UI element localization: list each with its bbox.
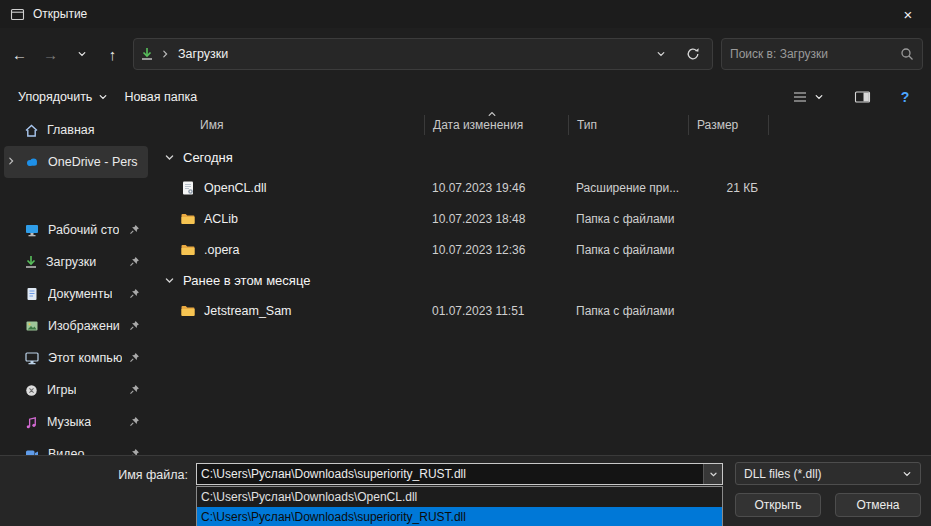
column-header-type[interactable]: Тип [568, 115, 688, 135]
sidebar-item-label: Рабочий сто [48, 223, 119, 237]
breadcrumb[interactable]: Загрузки [176, 47, 230, 61]
file-row[interactable]: .opera 10.07.2023 12:36 Папка с файлами [160, 234, 931, 265]
file-date: 01.07.2023 11:51 [424, 304, 568, 318]
navigation-toolbar: ← → ↑ Загрузки [0, 36, 931, 72]
chevron-down-icon [902, 469, 912, 479]
pin-icon [129, 320, 140, 331]
up-button[interactable]: ↑ [97, 39, 128, 69]
column-header-date[interactable]: Дата изменения [424, 115, 568, 135]
filetype-combobox[interactable]: DLL files (*.dll) [735, 462, 921, 485]
file-date: 10.07.2023 18:48 [424, 212, 568, 226]
close-button[interactable]: × [885, 0, 931, 28]
chevron-down-icon [164, 275, 175, 286]
file-list: Имя Дата изменения Тип Размер Сегодня [160, 112, 931, 455]
filename-input[interactable] [197, 464, 703, 484]
folder-icon [180, 211, 196, 227]
file-type: Папка с файлами [568, 243, 688, 257]
preview-pane-icon [854, 89, 871, 105]
dropdown-item[interactable]: C:\Users\Руслан\Downloads\OpenCL.dll [197, 487, 722, 507]
navigation-pane: Главная OneDrive - Pers Рабочий сто [0, 114, 152, 455]
new-folder-button[interactable]: Новая папка [116, 85, 205, 109]
group-label: Сегодня [183, 150, 233, 165]
folder-icon [180, 303, 196, 319]
games-icon [24, 383, 39, 398]
details-view-icon [792, 89, 808, 105]
recent-locations-button[interactable] [66, 39, 97, 69]
organize-label: Упорядочить [18, 90, 92, 104]
computer-icon [24, 350, 40, 366]
filename-dropdown-button[interactable] [703, 464, 722, 484]
dialog-footer: Имя файла: C:\Users\Руслан\Downloads\Ope… [0, 455, 931, 526]
pin-icon [129, 256, 140, 267]
file-type: Расширение при... [568, 181, 688, 195]
sidebar-item-home[interactable]: Главная [4, 114, 148, 146]
sidebar-item-label: Музыка [47, 415, 91, 429]
nav-buttons: ← → ↑ [4, 36, 128, 72]
group-header-earlier[interactable]: Ранее в этом месяце [160, 265, 931, 295]
chevron-down-icon [656, 49, 666, 59]
sort-ascending-icon [487, 112, 497, 119]
column-header-size[interactable]: Размер [688, 115, 768, 135]
sidebar-item-documents[interactable]: Документы [4, 278, 148, 310]
sidebar-item-label: Загрузки [46, 255, 96, 269]
cancel-button[interactable]: Отмена [835, 493, 921, 517]
refresh-button[interactable] [680, 41, 706, 67]
chevron-down-icon [77, 49, 87, 59]
back-button[interactable]: ← [4, 39, 35, 69]
sidebar-item-label: Этот компью [48, 351, 122, 365]
sidebar-item-this-pc[interactable]: Этот компью [4, 342, 148, 374]
sidebar-item-label: Главная [47, 123, 95, 137]
pin-icon [129, 224, 140, 235]
folder-icon [180, 242, 196, 258]
file-date: 10.07.2023 19:46 [424, 181, 568, 195]
sidebar-section-gap [0, 178, 152, 214]
dropdown-item-selected[interactable]: C:\Users\Руслан\Downloads\superiority_RU… [197, 507, 722, 526]
file-name: Jetstream_Sam [204, 304, 292, 318]
file-row[interactable]: ACLib 10.07.2023 18:48 Папка с файлами [160, 203, 931, 234]
file-name: .opera [204, 243, 239, 257]
sidebar-item-downloads[interactable]: Загрузки [4, 246, 148, 278]
pin-icon [129, 384, 140, 395]
pin-icon [129, 416, 140, 427]
address-bar[interactable]: Загрузки [133, 38, 713, 70]
file-type: Папка с файлами [568, 212, 688, 226]
open-button[interactable]: Открыть [735, 493, 821, 517]
column-divider [768, 115, 769, 135]
sidebar-item-label: Игры [47, 383, 76, 397]
forward-button[interactable]: → [35, 39, 66, 69]
organize-button[interactable]: Упорядочить [10, 85, 116, 109]
filetype-value: DLL files (*.dll) [744, 467, 822, 481]
sidebar-item-videos[interactable]: Видео [4, 438, 148, 455]
file-rows: Сегодня OpenCL.dll 10.07.2023 19:46 Расш… [160, 142, 931, 326]
filename-dropdown-list: C:\Users\Руслан\Downloads\OpenCL.dll C:\… [196, 486, 723, 526]
view-options-button[interactable] [784, 84, 832, 110]
home-icon [24, 123, 39, 138]
sidebar-item-pictures[interactable]: Изображени [4, 310, 148, 342]
preview-pane-button[interactable] [846, 84, 879, 110]
sidebar-item-desktop[interactable]: Рабочий сто [4, 214, 148, 246]
sidebar-item-music[interactable]: Музыка [4, 406, 148, 438]
desktop-icon [24, 222, 40, 238]
file-row[interactable]: OpenCL.dll 10.07.2023 19:46 Расширение п… [160, 172, 931, 203]
file-type: Папка с файлами [568, 304, 688, 318]
chevron-right-icon[interactable] [6, 156, 16, 166]
chevron-down-icon [164, 152, 175, 163]
sidebar-item-games[interactable]: Игры [4, 374, 148, 406]
sidebar-item-label: OneDrive - Pers [48, 155, 138, 169]
help-button[interactable]: ? [893, 89, 917, 105]
file-name: ACLib [204, 212, 238, 226]
search-icon [900, 47, 914, 61]
pin-icon [129, 352, 140, 363]
file-size: 21 КБ [688, 181, 768, 195]
address-dropdown-button[interactable] [648, 41, 674, 67]
search-input[interactable] [730, 47, 900, 61]
chevron-down-icon [98, 92, 108, 102]
sidebar-item-label: Видео [48, 447, 85, 455]
search-box [721, 38, 923, 70]
file-row[interactable]: Jetstream_Sam 01.07.2023 11:51 Папка с ф… [160, 295, 931, 326]
pin-icon [129, 448, 140, 455]
column-header-name[interactable]: Имя [160, 115, 424, 135]
pin-icon [129, 288, 140, 299]
sidebar-item-onedrive[interactable]: OneDrive - Pers [4, 146, 148, 178]
group-header-today[interactable]: Сегодня [160, 142, 931, 172]
